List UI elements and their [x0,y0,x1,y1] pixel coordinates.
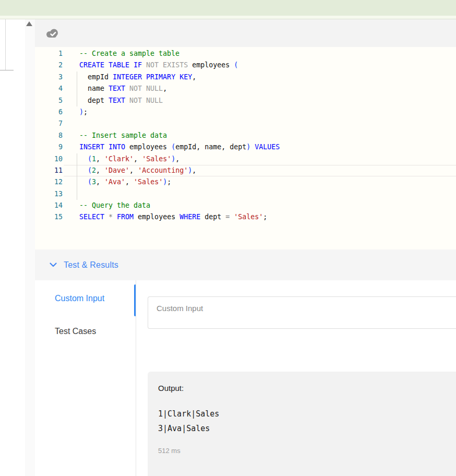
code-token: , [175,155,179,163]
runtime-badge: 512 ms [158,447,456,455]
line-number: 2 [39,59,64,71]
code-token: employees [125,143,171,151]
scroll-up-arrow-icon[interactable] [26,21,32,26]
code-token: dept [230,143,246,151]
test-results-title: Test & Results [64,260,118,270]
code-token: ; [263,213,267,221]
code-token: 2 [92,166,96,174]
left-rail [0,19,35,476]
line-number: 4 [39,83,64,94]
code-token: -- Query the data [79,201,150,209]
code-token: VALUES [250,143,280,151]
code-token [79,166,88,174]
code-line-6[interactable]: ); [64,106,456,118]
code-token: ( [88,166,92,174]
line-number: 15 [39,211,64,223]
code-line-4[interactable]: name TEXT NOT NULL, [64,83,456,94]
tabs-divider [136,280,136,476]
code-line-3[interactable]: empId INTEGER PRIMARY KEY, [64,72,456,83]
code-token: SELECT [79,213,104,221]
line-number: 8 [39,130,64,141]
code-token: NOT EXISTS [142,61,188,69]
test-results-body: Custom InputTest Cases Output: 1|Clark|S… [35,280,456,476]
code-line-8[interactable]: -- Insert sample data [64,130,456,141]
code-token: 3 [92,178,96,186]
line-number: 9 [39,141,64,153]
line-number: 6 [39,106,64,118]
code-token: FROM [113,213,134,221]
code-token: empId [175,143,196,151]
code-token: 'Ava' [104,178,125,186]
code-token: 'Accounting' [138,166,188,174]
custom-input-textarea[interactable] [148,296,456,329]
output-label: Output: [158,384,456,392]
code-token: ( [171,143,175,151]
code-line-14[interactable]: -- Query the data [64,200,456,211]
line-number-gutter: 123456789101112131415 [39,48,64,223]
code-token: ( [88,178,92,186]
tab-custom-input[interactable]: Custom Input [39,280,136,316]
code-token: , [192,166,196,174]
code-token: ; [83,108,88,116]
line-number: 10 [39,153,64,165]
code-line-1[interactable]: -- Create a sample table [64,48,456,59]
code-token: , [163,85,167,92]
code-token: TEXT [104,85,125,92]
code-token [79,155,88,163]
code-token: INTEGER PRIMARY KEY [109,73,192,81]
line-number: 11 [39,165,64,176]
code-line-9[interactable]: INSERT INTO employees (empId, name, dept… [64,141,456,153]
line-number: 5 [39,95,64,106]
code-line-5[interactable]: dept TEXT NOT NULL [64,95,456,106]
collapsed-panel-handle[interactable] [0,70,14,70]
code-token [79,178,88,186]
line-number: 3 [39,72,64,83]
chevron-down-icon[interactable] [50,263,57,267]
collapsed-panel-divider[interactable] [5,19,6,70]
code-token: , [125,178,134,186]
test-results-header[interactable]: Test & Results [35,249,456,280]
code-token: CREATE TABLE IF [79,61,142,69]
output-line: 1|Clark|Sales [158,407,456,421]
autosave-cloud-check-icon [46,28,59,38]
code-token: 'Dave' [104,166,129,174]
code-line-10[interactable]: (1, 'Clark', 'Sales'), [64,153,456,165]
code-token: ( [234,61,238,69]
code-editor[interactable]: 123456789101112131415 -- Create a sample… [35,47,456,249]
code-token: dept [200,213,221,221]
line-number: 12 [39,176,64,188]
code-token: TEXT [104,97,125,104]
code-token: ) [163,178,167,186]
line-number: 7 [39,118,64,129]
code-token: NOT NULL [125,85,163,92]
tab-test-cases[interactable]: Test Cases [39,316,136,347]
code-token: 'Sales' [134,178,163,186]
code-pane[interactable]: -- Create a sample tableCREATE TABLE IF … [64,48,456,223]
line-number: 1 [39,48,64,59]
code-token: employees [188,61,234,69]
code-token: = [221,213,230,221]
output-panel: Output: 1|Clark|Sales3|Ava|Sales 512 ms [148,372,456,476]
top-banner-substrip [0,16,456,19]
code-token: name [79,85,104,92]
code-line-12[interactable]: (3, 'Ava', 'Sales'); [64,176,456,188]
code-token: , [196,143,205,151]
code-line-11[interactable]: (2, 'Dave', 'Accounting'), [64,165,456,176]
code-token: , [96,178,104,186]
code-line-7[interactable] [64,118,456,129]
code-token: , [192,73,196,81]
code-line-15[interactable]: SELECT * FROM employees WHERE dept = 'Sa… [64,211,456,223]
code-token: dept [79,97,104,104]
left-rail-column [25,19,35,476]
code-line-2[interactable]: CREATE TABLE IF NOT EXISTS employees ( [64,59,456,71]
code-token: 'Clark' [104,155,134,163]
code-token: NOT NULL [125,97,163,104]
editor-toolbar [35,19,456,47]
code-workspace: 123456789101112131415 -- Create a sample… [0,0,456,476]
line-number: 13 [39,188,64,200]
top-banner [0,0,456,16]
code-token: , [134,155,142,163]
line-number: 14 [39,200,64,211]
code-line-13[interactable] [64,188,456,200]
code-token: ) [171,155,175,163]
